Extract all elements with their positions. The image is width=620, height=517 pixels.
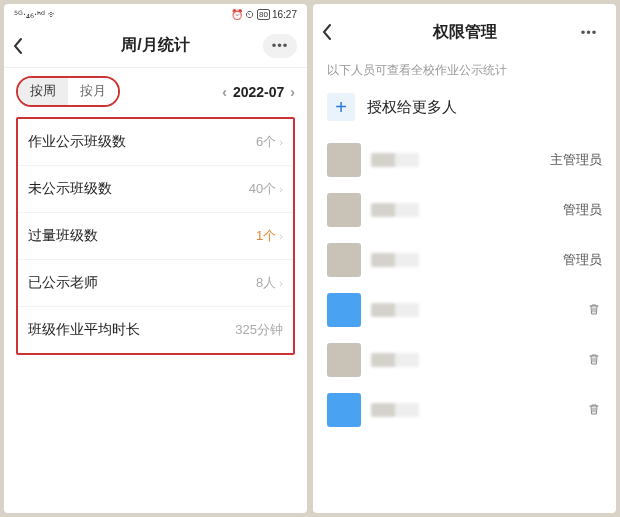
plus-icon: +: [327, 93, 355, 121]
signal-icons: ⁵ᴳ‧₄₆‧ʰᵈ ᯤ: [14, 9, 58, 20]
chevron-right-icon: ›: [279, 277, 283, 289]
left-header: 周/月统计 •••: [4, 24, 307, 68]
user-name-blur: [371, 203, 553, 217]
left-screen: ⁵ᴳ‧₄₆‧ʰᵈ ᯤ ⏰ ⏲ 80 16:27 周/月统计 ••• 按周 按月 …: [4, 4, 307, 513]
status-right: ⏰ ⏲ 80 16:27: [231, 9, 297, 20]
user-name-blur: [371, 403, 576, 417]
stat-label: 未公示班级数: [28, 180, 112, 198]
user-role: 管理员: [563, 251, 602, 269]
more-button[interactable]: •••: [263, 34, 297, 58]
stat-value: 40个›: [249, 180, 283, 198]
user-name-blur: [371, 253, 553, 267]
stat-row: 班级作业平均时长325分钟: [18, 306, 293, 353]
subtitle-text: 以下人员可查看全校作业公示统计: [313, 54, 616, 83]
stat-label: 作业公示班级数: [28, 133, 126, 151]
stat-row[interactable]: 已公示老师8人›: [18, 259, 293, 306]
stat-value: 325分钟: [235, 321, 283, 339]
trash-icon[interactable]: [586, 402, 602, 419]
user-name-blur: [371, 303, 576, 317]
user-role: 管理员: [563, 201, 602, 219]
trash-icon[interactable]: [586, 302, 602, 319]
clock-text: 16:27: [272, 9, 297, 20]
stat-label: 已公示老师: [28, 274, 98, 292]
date-value: 2022-07: [233, 84, 284, 100]
avatar: [327, 193, 361, 227]
chevron-right-icon: ›: [279, 136, 283, 148]
user-list: 主管理员管理员管理员: [313, 135, 616, 513]
user-row[interactable]: 主管理员: [313, 135, 616, 185]
stat-label: 班级作业平均时长: [28, 321, 140, 339]
tab-week[interactable]: 按周: [18, 78, 68, 105]
avatar: [327, 293, 361, 327]
avatar: [327, 143, 361, 177]
stat-value: 1个›: [256, 227, 283, 245]
back-button[interactable]: [321, 10, 333, 54]
stat-row[interactable]: 未公示班级数40个›: [18, 165, 293, 212]
chevron-right-icon: ›: [279, 183, 283, 195]
stat-label: 过量班级数: [28, 227, 98, 245]
stat-row[interactable]: 过量班级数1个›: [18, 212, 293, 259]
add-user-label: 授权给更多人: [367, 98, 457, 117]
right-header: 权限管理 •••: [313, 10, 616, 54]
avatar: [327, 343, 361, 377]
user-row[interactable]: [313, 335, 616, 385]
add-user-row[interactable]: + 授权给更多人: [313, 83, 616, 135]
user-row[interactable]: [313, 385, 616, 435]
filter-row: 按周 按月 ‹ 2022-07 ›: [4, 68, 307, 117]
trash-icon[interactable]: [586, 352, 602, 369]
user-row[interactable]: 管理员: [313, 185, 616, 235]
chevron-right-icon[interactable]: ›: [290, 84, 295, 100]
avatar: [327, 243, 361, 277]
page-title: 权限管理: [433, 22, 497, 43]
more-button[interactable]: •••: [572, 20, 606, 44]
user-row[interactable]: [313, 285, 616, 335]
timer-icon: ⏲: [245, 9, 255, 20]
stat-value: 6个›: [256, 133, 283, 151]
stats-box: 作业公示班级数6个›未公示班级数40个›过量班级数1个›已公示老师8人›班级作业…: [16, 117, 295, 355]
back-button[interactable]: [12, 24, 24, 67]
date-selector[interactable]: ‹ 2022-07 ›: [222, 84, 295, 100]
right-screen: 权限管理 ••• 以下人员可查看全校作业公示统计 + 授权给更多人 主管理员管理…: [313, 4, 616, 513]
stat-value: 8人›: [256, 274, 283, 292]
user-name-blur: [371, 153, 540, 167]
alarm-icon: ⏰: [231, 9, 243, 20]
page-title: 周/月统计: [121, 35, 189, 56]
user-row[interactable]: 管理员: [313, 235, 616, 285]
tab-month[interactable]: 按月: [68, 78, 118, 105]
stat-row[interactable]: 作业公示班级数6个›: [18, 119, 293, 165]
avatar: [327, 393, 361, 427]
user-name-blur: [371, 353, 576, 367]
status-bar: ⁵ᴳ‧₄₆‧ʰᵈ ᯤ ⏰ ⏲ 80 16:27: [4, 4, 307, 24]
battery-icon: 80: [257, 9, 270, 20]
chevron-right-icon: ›: [279, 230, 283, 242]
chevron-left-icon[interactable]: ‹: [222, 84, 227, 100]
period-segment: 按周 按月: [16, 76, 120, 107]
user-role: 主管理员: [550, 151, 602, 169]
